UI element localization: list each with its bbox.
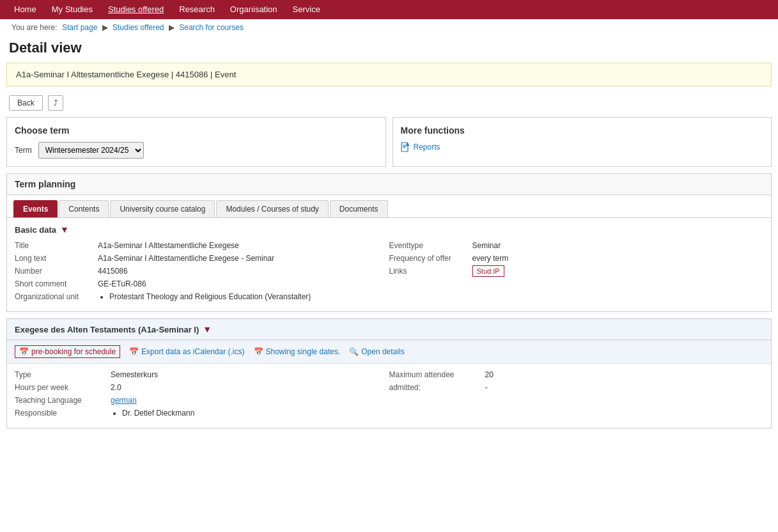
data-row-frequency: Frequency of offer every term — [389, 254, 751, 263]
subsection-title: Exegese des Alten Testaments (A1a-Semina… — [15, 325, 199, 334]
sub-val-language: german — [111, 396, 137, 405]
choose-term-title: Choose term — [15, 125, 378, 136]
sub-val-admitted: - — [485, 383, 488, 392]
breadcrumb-start-page[interactable]: Start page — [62, 23, 97, 32]
two-col-section: Choose term Term Wintersemester 2024/25 … — [6, 117, 772, 167]
sub-key-hours: Hours per week — [15, 383, 111, 392]
page-title: Detail view — [0, 36, 778, 63]
action-buttons: Back ⤴ — [0, 93, 778, 117]
calendar-icon: 📅 — [19, 347, 29, 356]
search-icon: 🔍 — [349, 347, 359, 356]
back-button[interactable]: Back — [9, 95, 43, 111]
breadcrumb-studies-offered[interactable]: Studies offered — [113, 23, 164, 32]
language-link[interactable]: german — [111, 396, 137, 405]
basic-data-section: Basic data ▼ Title A1a-Seminar I Alttest… — [7, 218, 771, 311]
breadcrumb-search-courses[interactable]: Search for courses — [179, 23, 244, 32]
sub-val-type: Semesterkurs — [111, 370, 158, 379]
sub-row-type: Type Semesterkurs — [15, 370, 389, 379]
tab-university-course-catalog[interactable]: University course catalog — [110, 200, 215, 217]
sub-row-responsible: Responsible Dr. Detlef Dieckmann — [15, 409, 389, 418]
data-key-eventtype: Eventtype — [389, 241, 472, 250]
event-sep2: | — [210, 70, 215, 79]
subsection-data: Type Semesterkurs Hours per week 2.0 Tea… — [7, 364, 771, 428]
nav-organisation[interactable]: Organisation — [222, 0, 285, 19]
stud-ip-link[interactable]: Stud.IP — [472, 265, 504, 277]
data-val-short-comment: GE-ETuR-086 — [98, 279, 146, 288]
basic-data-right-col: Eventtype Seminar Frequency of offer eve… — [389, 241, 764, 305]
sub-row-admitted: admitted: - — [389, 383, 764, 392]
data-row-org-unit: Organizational unit Protestant Theology … — [15, 292, 377, 301]
sub-val-hours: 2.0 — [111, 383, 121, 392]
data-key-number: Number — [15, 267, 98, 276]
data-row-eventtype: Eventtype Seminar — [389, 241, 751, 250]
nav-my-studies[interactable]: My Studies — [44, 0, 100, 19]
nav-research[interactable]: Research — [171, 0, 222, 19]
reports-icon — [401, 142, 411, 152]
sub-data-left-col: Type Semesterkurs Hours per week 2.0 Tea… — [15, 370, 389, 421]
term-select[interactable]: Wintersemester 2024/25 — [38, 142, 144, 159]
data-val-links: Stud.IP — [472, 267, 504, 276]
sub-val-max-attendee: 20 — [485, 370, 494, 379]
open-details-label: Open details — [361, 347, 404, 356]
event-sep1: | — [171, 70, 176, 79]
data-row-title: Title A1a-Seminar I Alttestamentliche Ex… — [15, 241, 377, 250]
sub-row-max-attendee: Maximum attendee 20 — [389, 370, 764, 379]
term-label: Term — [15, 146, 32, 155]
term-planning-title: Term planning — [7, 174, 771, 195]
pre-booking-link[interactable]: 📅 pre-booking for schedule — [15, 345, 120, 358]
event-type: Event — [215, 70, 236, 79]
data-val-eventtype: Seminar — [472, 241, 501, 250]
single-dates-label: Showing single dates. — [266, 347, 341, 356]
data-row-number: Number 4415086 — [15, 267, 377, 276]
data-key-title: Title — [15, 241, 98, 250]
tab-documents[interactable]: Documents — [330, 200, 388, 217]
nav-service[interactable]: Service — [285, 0, 328, 19]
data-key-frequency: Frequency of offer — [389, 254, 472, 263]
data-val-number: 4415086 — [98, 267, 128, 276]
single-dates-icon: 📅 — [254, 347, 263, 356]
single-dates-link[interactable]: 📅 Showing single dates. — [254, 347, 341, 356]
sub-key-max-attendee: Maximum attendee — [389, 370, 485, 379]
basic-data-arrow: ▼ — [60, 224, 69, 235]
sub-data-right-col: Maximum attendee 20 admitted: - — [389, 370, 764, 421]
tab-events[interactable]: Events — [13, 200, 58, 217]
nav-studies-offered[interactable]: Studies offered — [100, 0, 171, 19]
choose-term-panel: Choose term Term Wintersemester 2024/25 — [6, 117, 386, 167]
event-banner: A1a-Seminar I Alttestamentliche Exegese … — [6, 63, 772, 86]
sub-row-hours: Hours per week 2.0 — [15, 383, 389, 392]
top-navigation: Home My Studies Studies offered Research… — [0, 0, 778, 19]
share-button[interactable]: ⤴ — [48, 95, 63, 111]
breadcrumb-arrow-2: ▶ — [169, 23, 176, 32]
data-val-frequency: every term — [472, 254, 509, 263]
sub-data-grid: Type Semesterkurs Hours per week 2.0 Tea… — [15, 370, 763, 421]
basic-data-title: Basic data — [15, 225, 56, 235]
more-functions-title: More functions — [401, 125, 764, 136]
basic-data-header: Basic data ▼ — [15, 224, 763, 235]
data-val-longtext: A1a-Seminar I Alttestamentliche Exegese … — [98, 254, 274, 263]
basic-data-grid: Title A1a-Seminar I Alttestamentliche Ex… — [15, 241, 763, 305]
breadcrumb-arrow-1: ▶ — [102, 23, 110, 32]
breadcrumb: You are here: Start page ▶ Studies offer… — [0, 19, 778, 36]
tab-contents[interactable]: Contents — [59, 200, 109, 217]
data-row-short-comment: Short comment GE-ETuR-086 — [15, 279, 377, 288]
tab-modules-courses[interactable]: Modules / Courses of study — [216, 200, 328, 217]
export-ical-link[interactable]: 📅 Export data as iCalendar (.ics) — [129, 347, 244, 356]
nav-home[interactable]: Home — [6, 0, 44, 19]
event-title: A1a-Seminar I Alttestamentliche Exegese — [16, 70, 169, 79]
data-val-title: A1a-Seminar I Alttestamentliche Exegese — [98, 241, 239, 250]
reports-link[interactable]: Reports — [401, 142, 764, 152]
term-planning-section: Term planning Events Contents University… — [6, 173, 772, 312]
subsection-arrow: ▼ — [203, 324, 212, 334]
tabs-container: Events Contents University course catalo… — [7, 195, 771, 218]
data-val-org-unit: Protestant Theology and Religious Educat… — [98, 292, 311, 301]
sub-key-type: Type — [15, 370, 111, 379]
more-functions-panel: More functions Reports — [393, 117, 772, 167]
data-row-longtext: Long text A1a-Seminar I Alttestamentlich… — [15, 254, 377, 263]
term-row: Term Wintersemester 2024/25 — [15, 142, 378, 159]
sub-key-responsible: Responsible — [15, 409, 111, 418]
sub-key-language: Teaching Language — [15, 396, 111, 405]
subsection-panel: Exegese des Alten Testaments (A1a-Semina… — [6, 318, 772, 428]
subsection-actions: 📅 pre-booking for schedule 📅 Export data… — [7, 340, 771, 364]
event-number: 4415086 — [176, 70, 208, 79]
open-details-link[interactable]: 🔍 Open details — [349, 347, 404, 356]
